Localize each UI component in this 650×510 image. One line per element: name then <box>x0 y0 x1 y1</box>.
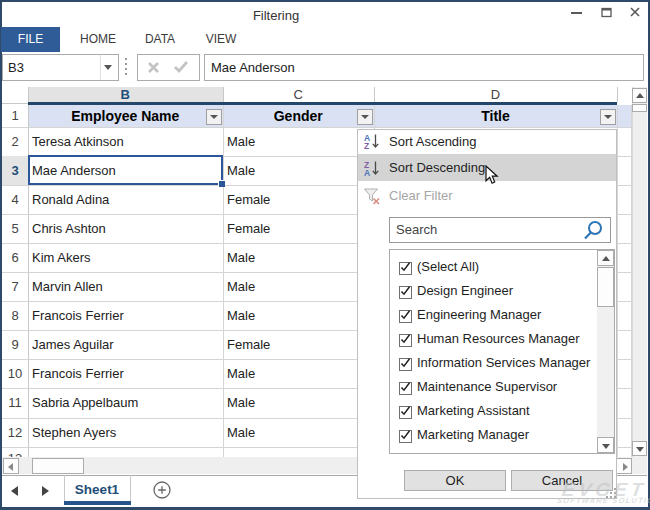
svg-text:A: A <box>364 168 370 177</box>
svg-text:Z: Z <box>364 141 369 150</box>
